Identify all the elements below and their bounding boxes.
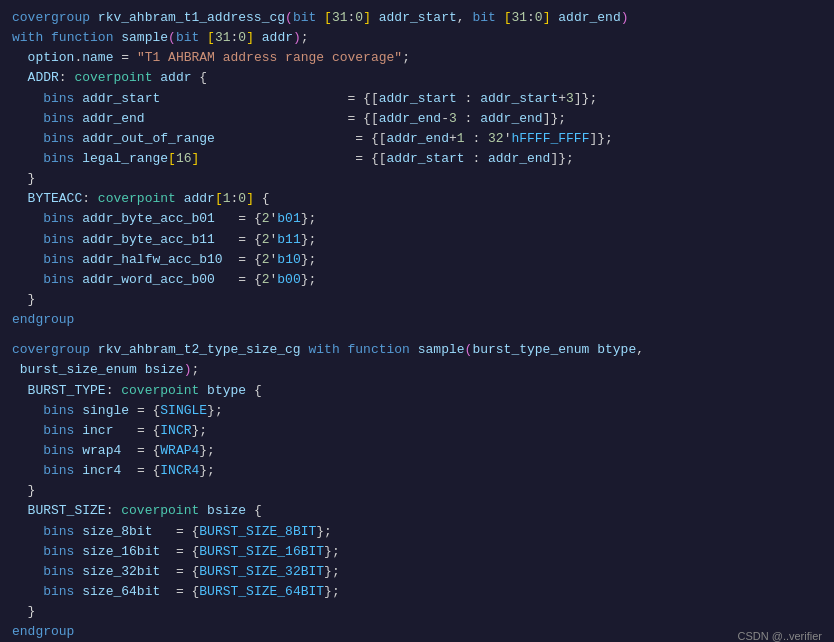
code-line-29: bins size_32bit = {BURST_SIZE_32BIT}; [12,562,822,582]
code-line-26: BURST_SIZE: coverpoint bsize { [12,501,822,521]
code-editor: covergroup rkv_ahbram_t1_address_cg(bit … [0,0,834,642]
code-line-3: option.name = "T1 AHBRAM address range c… [12,48,822,68]
code-line-21: bins single = {SINGLE}; [12,401,822,421]
code-line-18: covergroup rkv_ahbram_t2_type_size_cg wi… [12,340,822,360]
code-line-5: bins addr_start = {[addr_start : addr_st… [12,89,822,109]
code-line-4: ADDR: coverpoint addr { [12,68,822,88]
code-line-10: BYTEACC: coverpoint addr[1:0] { [12,189,822,209]
code-line-16: endgroup [12,310,822,330]
code-line-24: bins incr4 = {INCR4}; [12,461,822,481]
empty-line-1 [12,330,822,340]
code-line-1: covergroup rkv_ahbram_t1_address_cg(bit … [12,8,822,28]
code-line-11: bins addr_byte_acc_b01 = {2'b01}; [12,209,822,229]
code-line-30: bins size_64bit = {BURST_SIZE_64BIT}; [12,582,822,602]
code-line-20: BURST_TYPE: coverpoint btype { [12,381,822,401]
code-line-8: bins legal_range[16] = {[addr_start : ad… [12,149,822,169]
code-line-9: } [12,169,822,189]
code-line-28: bins size_16bit = {BURST_SIZE_16BIT}; [12,542,822,562]
code-line-6: bins addr_end = {[addr_end-3 : addr_end]… [12,109,822,129]
code-line-25: } [12,481,822,501]
code-line-15: } [12,290,822,310]
code-line-2: with function sample(bit [31:0] addr); [12,28,822,48]
code-line-23: bins wrap4 = {WRAP4}; [12,441,822,461]
code-line-12: bins addr_byte_acc_b11 = {2'b11}; [12,230,822,250]
code-line-19: burst_size_enum bsize); [12,360,822,380]
code-line-31: } [12,602,822,622]
code-line-22: bins incr = {INCR}; [12,421,822,441]
code-line-14: bins addr_word_acc_b00 = {2'b00}; [12,270,822,290]
code-line-32: endgroup [12,622,822,642]
code-line-7: bins addr_out_of_range = {[addr_end+1 : … [12,129,822,149]
code-line-27: bins size_8bit = {BURST_SIZE_8BIT}; [12,522,822,542]
watermark-text: CSDN @..verifier [737,630,822,642]
code-line-13: bins addr_halfw_acc_b10 = {2'b10}; [12,250,822,270]
